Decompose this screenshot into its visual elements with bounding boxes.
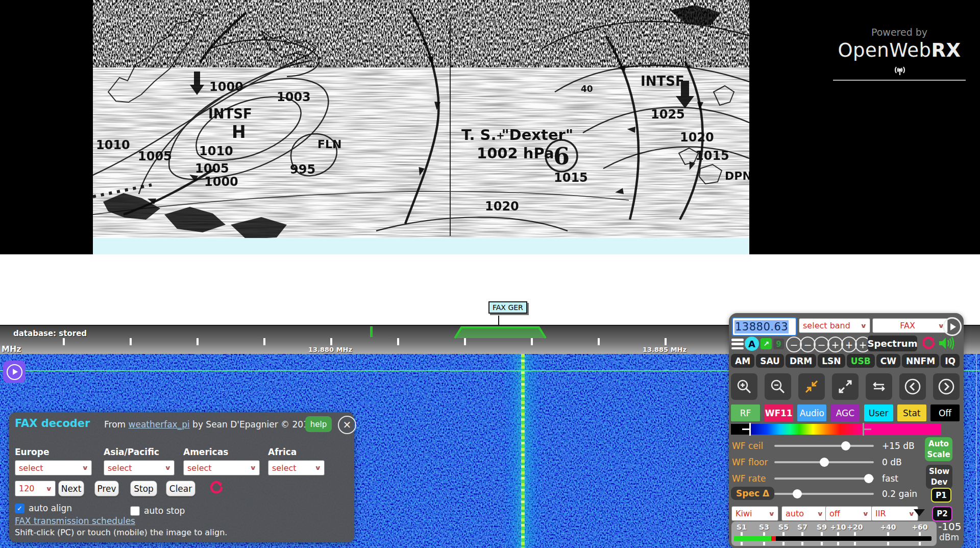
scale-tick [665,338,667,345]
auto-stop-checkbox[interactable] [130,506,140,516]
powered-by-text: Powered by [833,27,966,38]
stat-view-button[interactable]: Stat [897,404,926,421]
americas-station-select[interactable]: select∨ [183,460,260,475]
band-select[interactable]: select band∨ [799,318,870,333]
profile-select[interactable]: FAX∨ [872,318,948,333]
squelch-select[interactable]: off∨ [825,506,872,521]
mode-sau-button[interactable]: SAU [756,354,784,368]
slider-thumb[interactable] [841,441,850,450]
mode-usb-button[interactable]: USB [847,354,875,368]
speaker-icon[interactable] [938,336,954,351]
waterfall-colormap-bar[interactable] [731,424,941,435]
clear-button[interactable]: Clear [166,481,195,496]
s-meter-scale-label: +20 [847,523,863,531]
scale-tick [330,338,332,345]
next-button[interactable]: Next [58,481,84,496]
slider-thumb[interactable] [820,458,829,467]
spec-gain-slider[interactable] [774,493,874,495]
stop-button[interactable]: Stop [130,481,157,496]
s-meter-scale-label: S9 [817,523,827,531]
slow-dev-button[interactable]: SlowDev [926,465,952,489]
mode-iq-button[interactable]: IQ [941,354,960,368]
p1-preset-button[interactable]: P1 [931,488,951,503]
scale-frequency-label: 13.885 MHz [643,346,687,353]
refresh-icon[interactable] [921,336,936,350]
tuned-frequency-marker[interactable] [370,326,373,337]
scale-tick [531,338,533,345]
wf11-view-button[interactable]: WF11 [764,404,793,421]
rf-view-button[interactable]: RF [731,404,760,421]
fax-schedules-link[interactable]: FAX transmission schedules [15,516,135,526]
s-meter-tick [782,542,785,545]
magnify-minus-button[interactable] [765,373,791,400]
wf-floor-slider[interactable] [774,461,874,463]
zoom-to-band-button[interactable] [798,373,825,400]
weatherfax-pi-link[interactable]: weatherfax_pi [129,419,190,430]
prev-button[interactable]: Prev [94,481,119,496]
agc-view-button[interactable]: AGC [830,404,860,421]
chevron-right-button[interactable] [933,373,960,400]
refresh-icon[interactable] [209,481,224,495]
agc-mode-select[interactable]: auto∨ [781,506,827,521]
zoom-full-span-button[interactable] [832,373,859,400]
spec-delta-toggle[interactable]: Spec Δ [731,487,774,500]
mode-lsn-button[interactable]: LSN [818,354,845,368]
help-button[interactable]: help [305,416,332,432]
slider-thumb[interactable] [864,474,873,483]
caret-down-icon[interactable] [914,509,925,516]
colormap-floor-arm [742,428,749,430]
wf-ceil-slider[interactable] [774,445,874,447]
external-link-icon[interactable]: ↗ [761,338,772,349]
chevron-down-icon: ∨ [817,510,824,517]
s-meter-tick [782,532,785,536]
s-meter-tick [854,532,856,536]
demodulator-passband[interactable] [454,326,547,339]
slider-thumb[interactable] [793,489,802,498]
s-meter-scale-label: S3 [759,523,769,531]
menu-icon[interactable] [731,339,744,349]
off-view-button[interactable]: Off [930,404,960,421]
lpm-speed-select[interactable]: 120∨ [15,481,56,496]
scale-tick [130,338,132,345]
fax-decoder-byline: From weatherfax_pi by Sean D'Epagnier © … [104,419,314,430]
received-fax-image[interactable]: 6 10001003INTSFH10101005101010051000995F… [93,0,749,254]
kiwi-select[interactable]: Kiwi∨ [731,506,778,521]
mode-cw-button[interactable]: CW [876,354,900,368]
audio-view-button[interactable]: Audio [797,404,826,421]
waterfall-play-button[interactable] [3,361,26,383]
chevron-left-button[interactable] [899,373,926,400]
auto-scale-button[interactable]: AutoScale [925,437,952,461]
mode-drm-button[interactable]: DRM [786,354,816,368]
fax-decoder-title: FAX decoder [15,417,90,430]
asia-station-select[interactable]: select∨ [104,460,175,475]
fax-signal-trace [521,354,525,548]
mode-am-button[interactable]: AM [731,354,754,368]
bookmark-connector-line [498,316,499,326]
swap-arrows-button[interactable] [866,373,892,400]
auto-align-checkbox[interactable]: ✓ [15,504,24,513]
region-header-asia: Asia/Pacific [104,447,159,457]
filter-select[interactable]: IIR∨ [871,506,918,521]
play-icon [950,323,956,330]
scale-tick [397,338,399,345]
wf-rate-slider[interactable] [774,478,874,480]
chevron-down-icon: ∨ [82,464,89,471]
frequency-input[interactable]: 13880.63 [732,317,797,336]
close-icon[interactable]: ✕ [338,416,356,434]
auto-align-option[interactable]: ✓ auto align [15,503,72,513]
europe-station-select[interactable]: select∨ [15,460,92,475]
waterfall-edge-line [976,354,977,548]
s-meter-tick [821,532,823,536]
station-bookmark-fax-ger[interactable]: FAX GER [488,301,527,314]
auto-stop-option[interactable]: auto stop [130,506,185,516]
magnify-plus-button[interactable] [731,373,757,400]
africa-station-select[interactable]: select∨ [268,460,325,475]
user-view-button[interactable]: User [864,404,893,421]
profile-a-badge[interactable]: A [745,337,759,351]
start-receiver-button[interactable] [943,317,962,336]
p2-preset-button[interactable]: P2 [932,506,952,521]
mode-nnfm-button[interactable]: NNFM [902,354,939,368]
modulation-buttons: AM SAU DRM LSN USB CW NNFM IQ [731,354,960,368]
colormap-floor-marker[interactable] [749,423,751,436]
spectrum-toggle-button[interactable]: Spectrum [868,336,917,351]
